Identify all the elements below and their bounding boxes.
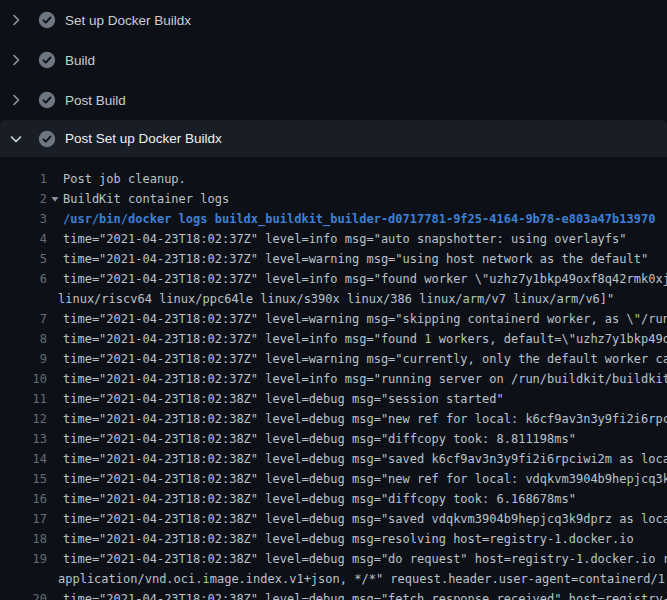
log-line-text: time="2021-04-23T18:02:37Z" level=info m… [63, 229, 627, 249]
log-line-text: time="2021-04-23T18:02:38Z" level=debug … [63, 429, 576, 449]
log-line-number[interactable]: 6 [0, 269, 47, 289]
log-line-number[interactable]: 11 [0, 389, 47, 409]
chevron-icon[interactable] [8, 92, 24, 108]
log-line: 10 time="2021-04-23T18:02:37Z" level=inf… [0, 369, 667, 389]
log-line-content: time="2021-04-23T18:02:38Z" level=debug … [47, 389, 504, 409]
log-line-content: time="2021-04-23T18:02:37Z" level=info m… [47, 269, 667, 289]
log-line-text: time="2021-04-23T18:02:38Z" level=debug … [63, 469, 667, 489]
log-line-text: /usr/bin/docker logs buildx_buildkit_bui… [63, 209, 655, 229]
check-circle-icon [38, 11, 56, 29]
log-line: 7 time="2021-04-23T18:02:37Z" level=warn… [0, 309, 667, 329]
log-line: 19 time="2021-04-23T18:02:38Z" level=deb… [0, 549, 667, 569]
log-line-number[interactable]: 9 [0, 349, 47, 369]
log-line-content: time="2021-04-23T18:02:37Z" level=warnin… [47, 309, 667, 329]
check-circle-icon [38, 51, 56, 69]
log-line: 3 /usr/bin/docker logs buildx_buildkit_b… [0, 209, 667, 229]
check-circle-icon [38, 130, 56, 148]
log-line: linux/riscv64 linux/ppc64le linux/s390x … [0, 289, 667, 309]
log-line: 16 time="2021-04-23T18:02:38Z" level=deb… [0, 489, 667, 509]
log-line-text: time="2021-04-23T18:02:38Z" level=debug … [63, 449, 667, 469]
log-line-content: time="2021-04-23T18:02:37Z" level=warnin… [47, 349, 667, 369]
log-line-number[interactable]: 1 [0, 169, 47, 189]
log-line-number[interactable]: 4 [0, 229, 47, 249]
log-line: 17 time="2021-04-23T18:02:38Z" level=deb… [0, 509, 667, 529]
log-line-text: Post job cleanup. [63, 169, 186, 189]
log-line-number[interactable]: 3 [0, 209, 47, 229]
log-line: 1 Post job cleanup. [0, 169, 667, 189]
log-line: 15 time="2021-04-23T18:02:38Z" level=deb… [0, 469, 667, 489]
log-line-text: time="2021-04-23T18:02:38Z" level=debug … [63, 389, 504, 409]
log-line-number[interactable] [0, 569, 47, 589]
log-line: 14 time="2021-04-23T18:02:38Z" level=deb… [0, 449, 667, 469]
log-line-text: time="2021-04-23T18:02:38Z" level=debug … [63, 509, 667, 529]
log-line-content: linux/riscv64 linux/ppc64le linux/s390x … [47, 289, 614, 309]
chevron-icon[interactable] [8, 52, 24, 68]
log-line-number[interactable]: 15 [0, 469, 47, 489]
log-line-content: time="2021-04-23T18:02:38Z" level=debug … [47, 529, 634, 549]
log-line: 5 time="2021-04-23T18:02:37Z" level=warn… [0, 249, 667, 269]
log-line-number[interactable]: 12 [0, 409, 47, 429]
log-line: 9 time="2021-04-23T18:02:37Z" level=warn… [0, 349, 667, 369]
log-line-content: time="2021-04-23T18:02:38Z" level=debug … [47, 449, 667, 469]
log-line: 4 time="2021-04-23T18:02:37Z" level=info… [0, 229, 667, 249]
chevron-icon[interactable] [8, 12, 24, 28]
log-line-number[interactable]: 14 [0, 449, 47, 469]
log-line-text: time="2021-04-23T18:02:37Z" level=info m… [63, 369, 667, 389]
log-line-text: time="2021-04-23T18:02:38Z" level=debug … [63, 529, 634, 549]
log-line-content: Post job cleanup. [47, 169, 186, 189]
step-row-build[interactable]: Build [0, 40, 667, 80]
log-line-content: time="2021-04-23T18:02:37Z" level=info m… [47, 369, 667, 389]
log-line-number[interactable]: 17 [0, 509, 47, 529]
step-label: Set up Docker Buildx [65, 13, 191, 28]
log-area: 1 Post job cleanup. 2 BuildKit container… [0, 157, 667, 600]
log-line: 12 time="2021-04-23T18:02:38Z" level=deb… [0, 409, 667, 429]
log-line-content: time="2021-04-23T18:02:38Z" level=debug … [47, 589, 667, 600]
log-line-content: time="2021-04-23T18:02:37Z" level=info m… [47, 329, 667, 349]
group-expanded-triangle-icon[interactable] [51, 195, 63, 203]
log-line-number[interactable]: 13 [0, 429, 47, 449]
log-line: 18 time="2021-04-23T18:02:38Z" level=deb… [0, 529, 667, 549]
log-line-text: time="2021-04-23T18:02:38Z" level=debug … [63, 549, 667, 569]
log-line-content: time="2021-04-23T18:02:38Z" level=debug … [47, 409, 667, 429]
log-line-number[interactable]: 5 [0, 249, 47, 269]
log-line-content: time="2021-04-23T18:02:38Z" level=debug … [47, 549, 667, 569]
log-line-number[interactable]: 2 [0, 189, 47, 209]
log-line-text: time="2021-04-23T18:02:38Z" level=debug … [63, 409, 667, 429]
log-line: 20 time="2021-04-23T18:02:38Z" level=deb… [0, 589, 667, 600]
step-row-post-build[interactable]: Post Build [0, 80, 667, 120]
steps-list: Set up Docker Buildx Build P [0, 0, 667, 157]
log-line-content: time="2021-04-23T18:02:37Z" level=warnin… [47, 249, 648, 269]
log-line-number[interactable]: 18 [0, 529, 47, 549]
log-line: 6 time="2021-04-23T18:02:37Z" level=info… [0, 269, 667, 289]
log-line-text: BuildKit container logs [63, 189, 229, 209]
log-line-text: time="2021-04-23T18:02:37Z" level=warnin… [63, 309, 667, 329]
step-row-set-up-docker-buildx[interactable]: Set up Docker Buildx [0, 0, 667, 40]
log-line-number[interactable] [0, 289, 47, 309]
log-line-number[interactable]: 7 [0, 309, 47, 329]
log-line-text: application/vnd.oci.image.index.v1+json,… [58, 569, 667, 589]
log-line-content: BuildKit container logs [47, 189, 229, 209]
log-line-number[interactable]: 16 [0, 489, 47, 509]
log-line-number[interactable]: 20 [0, 589, 47, 600]
log-line-content: time="2021-04-23T18:02:38Z" level=debug … [47, 509, 667, 529]
log-line-number[interactable]: 19 [0, 549, 47, 569]
step-label: Post Build [65, 93, 126, 108]
log-line-content: application/vnd.oci.image.index.v1+json,… [47, 569, 667, 589]
log-line-text: time="2021-04-23T18:02:38Z" level=debug … [63, 589, 667, 600]
log-line-number[interactable]: 8 [0, 329, 47, 349]
log-line: 13 time="2021-04-23T18:02:38Z" level=deb… [0, 429, 667, 449]
log-line-text: time="2021-04-23T18:02:37Z" level=info m… [63, 329, 667, 349]
check-circle-icon [38, 91, 56, 109]
log-line-text: time="2021-04-23T18:02:38Z" level=debug … [63, 489, 576, 509]
log-line-text: time="2021-04-23T18:02:37Z" level=warnin… [63, 349, 667, 369]
step-label: Build [65, 53, 95, 68]
log-line: 11 time="2021-04-23T18:02:38Z" level=deb… [0, 389, 667, 409]
log-line-content: time="2021-04-23T18:02:38Z" level=debug … [47, 429, 576, 449]
log-line-number[interactable]: 10 [0, 369, 47, 389]
log-line-content: time="2021-04-23T18:02:38Z" level=debug … [47, 469, 667, 489]
log-line: 8 time="2021-04-23T18:02:37Z" level=info… [0, 329, 667, 349]
log-line: 2 BuildKit container logs [0, 189, 667, 209]
chevron-icon[interactable] [8, 131, 24, 147]
step-row-post-set-up-docker-buildx[interactable]: Post Set up Docker Buildx [0, 120, 667, 157]
step-label: Post Set up Docker Buildx [65, 131, 222, 146]
